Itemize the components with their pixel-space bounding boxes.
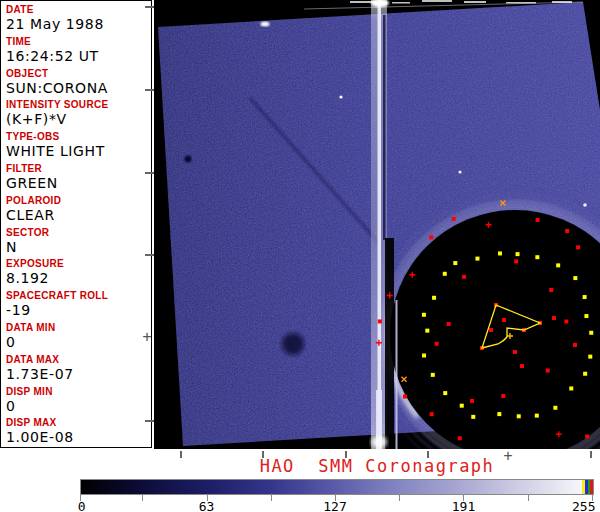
fiducial-dot	[425, 329, 429, 333]
fiducial-dot	[501, 394, 505, 398]
left-edge-tick	[145, 420, 154, 422]
fiducial-dot	[565, 229, 569, 233]
coronagraph-viewer: DATE21 May 1988TIME16:24:52 UTOBJECTSUN:…	[0, 0, 600, 512]
fiducial-dot	[422, 354, 426, 358]
fiducial-dot	[553, 406, 557, 410]
fiducial-dot	[429, 235, 433, 239]
metadata-field: POLAROIDCLEAR	[1, 192, 151, 224]
field-value: 16:24:52 UT	[6, 48, 151, 64]
colorbar-end-stripe	[590, 480, 593, 494]
metadata-field: DISP MIN0	[1, 383, 151, 415]
fiducial-dot	[517, 414, 521, 418]
field-value: -19	[6, 302, 151, 318]
fiducial-dot	[453, 261, 457, 265]
field-label: TYPE-OBS	[6, 130, 151, 143]
field-label: OBJECT	[6, 67, 151, 80]
field-label: INTENSITY SOURCE	[6, 98, 151, 111]
field-label: DATA MAX	[6, 353, 151, 366]
fiducial-dot	[535, 255, 539, 259]
image-title: HAO SMM Coronagraph	[154, 456, 600, 476]
fiducial-dot	[583, 372, 587, 376]
metadata-field: OBJECTSUN:CORONA	[1, 65, 151, 97]
field-value: GREEN	[6, 175, 151, 191]
fiducial-dot	[489, 328, 493, 332]
metadata-field: SECTORN	[1, 224, 151, 256]
left-edge-tick	[145, 172, 154, 174]
fiducial-dot	[460, 404, 464, 408]
field-label: DISP MAX	[6, 416, 151, 429]
fiducial-dot	[475, 257, 479, 261]
field-value: 0	[6, 334, 151, 350]
fiducial-dot	[514, 259, 518, 263]
colorbar-tick-label: 0	[78, 499, 86, 512]
plate-defect-blob	[282, 333, 304, 355]
fiducial-dot	[556, 263, 560, 267]
image-canvas	[154, 0, 600, 449]
colorbar-tick	[399, 495, 400, 501]
field-label: DATE	[6, 3, 151, 16]
fiducial-dot	[403, 394, 407, 398]
fiducial-dot	[462, 275, 466, 279]
fiducial-dot	[458, 436, 462, 440]
field-label: SPACECRAFT ROLL	[6, 289, 151, 302]
field-value: 1.73E-07	[6, 366, 151, 382]
metadata-field: SPACECRAFT ROLL-19	[1, 287, 151, 319]
metadata-field: DATE21 May 1988	[1, 1, 151, 33]
colorbar-tick-label: 127	[323, 499, 346, 512]
field-value: WHITE LIGHT	[6, 143, 151, 159]
fiducial-dot	[513, 350, 517, 354]
field-value: (K+F)*V	[6, 111, 151, 127]
field-value: N	[6, 239, 151, 255]
fiducial-dot	[435, 342, 439, 346]
field-value: 1.00E-08	[6, 429, 151, 445]
field-value: SUN:CORONA	[6, 80, 151, 96]
fiducial-dot	[378, 319, 382, 323]
intensity-colorbar	[80, 479, 594, 495]
fiducial-dot	[432, 296, 436, 300]
field-label: DISP MIN	[6, 385, 151, 398]
left-edge-tick	[145, 6, 154, 8]
fiducial-dot	[573, 343, 577, 347]
metadata-field: DISP MAX1.00E-08	[1, 414, 151, 446]
fiducial-dot	[573, 276, 577, 280]
fiducial-dot	[588, 355, 592, 359]
field-value: 8.192	[6, 270, 151, 286]
left-edge-plus-mark: +	[140, 330, 154, 345]
colorbar-tick-label: 63	[199, 499, 215, 512]
metadata-panel: DATE21 May 1988TIME16:24:52 UTOBJECTSUN:…	[0, 0, 152, 448]
field-label: EXPOSURE	[6, 257, 151, 270]
fiducial-dot	[520, 364, 524, 368]
field-value: 0	[6, 398, 151, 414]
fiducial-dot	[470, 399, 474, 403]
pylon-shadow	[385, 238, 394, 449]
fiducial-dot	[564, 320, 568, 324]
colorbar-tick	[271, 495, 272, 501]
fiducial-dot	[443, 391, 447, 395]
field-value: 21 May 1988	[6, 16, 151, 32]
fiducial-dot	[422, 313, 426, 317]
fiducial-dot	[589, 331, 593, 335]
fiducial-dot	[502, 318, 506, 322]
fiducial-dot	[430, 412, 434, 416]
colorbar-tick-label: 191	[452, 499, 475, 512]
field-label: FILTER	[6, 162, 151, 175]
plate-defect-spot	[185, 156, 192, 163]
fiducial-dot	[443, 272, 447, 276]
field-label: POLAROID	[6, 194, 151, 207]
fiducial-dot	[549, 288, 553, 292]
fiducial-dot	[497, 412, 501, 416]
field-label: SECTOR	[6, 226, 151, 239]
fiducial-dot	[585, 434, 589, 438]
field-label: TIME	[6, 35, 151, 48]
left-edge-tick	[145, 89, 154, 91]
left-edge-tick	[145, 254, 154, 256]
field-value: CLEAR	[6, 207, 151, 223]
metadata-field: FILTERGREEN	[1, 160, 151, 192]
fiducial-dot	[498, 251, 502, 255]
metadata-field: TIME16:24:52 UT	[1, 33, 151, 65]
metadata-field: INTENSITY SOURCE(K+F)*V	[1, 96, 151, 128]
colorbar-tick	[142, 495, 143, 501]
fiducial-dot	[546, 369, 550, 373]
fiducial-dot	[576, 245, 580, 249]
metadata-field: DATA MIN0	[1, 319, 151, 351]
